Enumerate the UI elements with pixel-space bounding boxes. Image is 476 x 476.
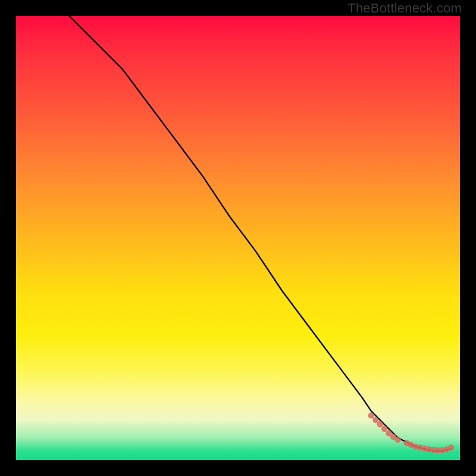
- watermark-text: TheBottleneck.com: [347, 1, 462, 16]
- scatter-dot: [381, 426, 387, 432]
- scatter-dot: [448, 444, 454, 450]
- plot-area: [16, 16, 460, 460]
- scatter-dots: [368, 412, 455, 453]
- bottleneck-curve-path: [70, 16, 452, 451]
- scatter-dot: [368, 412, 374, 418]
- scatter-dot: [377, 421, 383, 427]
- scatter-dot: [394, 437, 400, 443]
- scatter-dot: [372, 417, 378, 423]
- chart-stage: TheBottleneck.com: [0, 0, 476, 476]
- chart-svg: [16, 16, 460, 460]
